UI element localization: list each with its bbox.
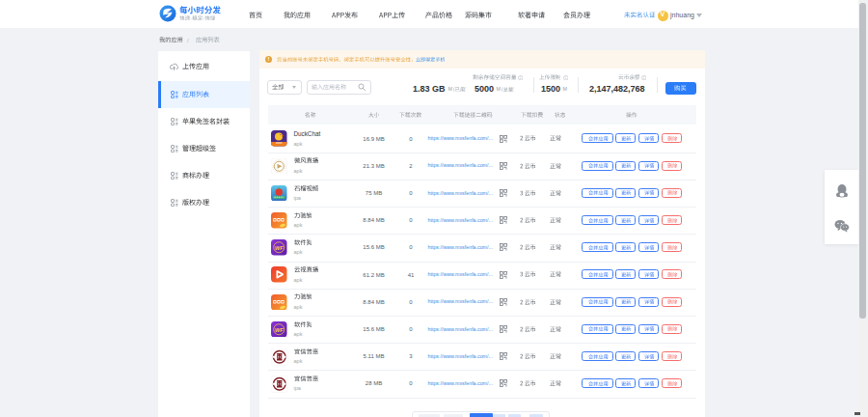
svg-text:WF: WF bbox=[275, 326, 284, 332]
svg-text:WF: WF bbox=[275, 245, 284, 251]
